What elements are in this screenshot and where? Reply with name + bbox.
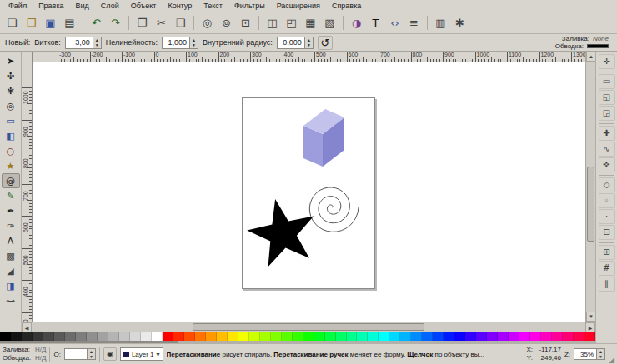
palette-swatch[interactable] [228,332,238,341]
inkscape-preferences-button[interactable]: ✱ [450,14,469,32]
snap-toggle-button[interactable]: ✛ [599,54,615,69]
menu-item[interactable]: Контур [162,1,198,11]
palette-swatch[interactable] [293,332,303,341]
inner-radius-spinbox[interactable]: 0,000▲▼ [277,37,314,49]
palette-swatch[interactable] [336,332,347,341]
vertical-scroll-thumb[interactable] [587,167,594,242]
palette-swatch[interactable] [108,332,119,341]
fill-stroke-indicator[interactable]: Заливка: None Обводка: [555,35,612,50]
menu-item[interactable]: Файл [3,1,33,11]
vertical-scroll-trough[interactable] [586,62,595,312]
undo-button[interactable]: ↶ [87,14,106,32]
rect-tool-button[interactable]: ▭ [2,113,20,128]
xml-editor-button[interactable]: ‹› [385,14,404,32]
menu-item[interactable]: Вид [70,1,95,11]
copy-button[interactable]: ❐ [133,14,152,32]
palette-swatch[interactable] [454,332,465,341]
inner-radius-value[interactable]: 0,000 [278,37,304,48]
box3d-object[interactable] [303,109,344,167]
divergence-spinbox[interactable]: 1,000▲▼ [162,37,198,49]
text-tool-button[interactable]: А [2,233,20,248]
pen-tool-button[interactable]: ✒ [2,203,20,218]
palette-swatch[interactable] [163,332,173,341]
palette-swatch[interactable] [411,332,422,341]
palette-swatch[interactable] [433,332,444,341]
palette-swatch[interactable] [173,332,184,341]
snap-bbox-corners-button[interactable]: ◲ [599,106,615,121]
resize-grip[interactable]: ◢ [609,356,614,364]
star-object[interactable] [247,199,314,267]
palette-swatch[interactable] [574,332,584,341]
palette-swatch[interactable] [206,332,217,341]
palette-swatch[interactable] [487,332,498,341]
palette-swatch[interactable] [76,332,87,341]
palette-swatch[interactable] [379,332,389,341]
menu-item[interactable]: Объект [125,1,163,11]
zoom-spinbox[interactable]: 35% ▲▼ [574,348,605,360]
menu-item[interactable]: Справка [326,1,367,11]
palette-swatch[interactable] [584,332,595,341]
turns-value[interactable]: 3,00 [66,37,93,48]
palette-swatch[interactable] [325,332,336,341]
text-dialog-button[interactable]: T [366,14,385,32]
opacity-spinbox[interactable]: ▲▼ [64,348,96,360]
zoom-page-button[interactable]: ⊡ [236,14,255,32]
menu-item[interactable]: Правка [33,1,69,11]
fill-stroke-dialog-button[interactable]: ◑ [347,14,366,32]
snap-midpoints-button[interactable]: · [599,209,615,224]
palette-swatch[interactable] [498,332,509,341]
group-button[interactable]: ▦ [301,14,320,32]
palette-swatch[interactable] [444,332,454,341]
palette-swatch[interactable] [195,332,206,341]
spin-down-icon[interactable]: ▼ [88,354,95,359]
palette-swatch[interactable] [0,332,11,341]
clone-button[interactable]: ◰ [282,14,301,32]
menu-item[interactable]: Текст [198,1,228,11]
duplicate-button[interactable]: ◫ [263,14,282,32]
palette-swatch[interactable] [347,332,358,341]
node-tool-button[interactable]: ✣ [2,68,20,83]
zoom-selection-button[interactable]: ◎ [198,14,217,32]
inner-radius-spin-buttons[interactable]: ▲▼ [304,37,313,48]
horizontal-scrollbar[interactable]: ◀ ▶ [22,322,595,332]
opacity-value[interactable] [65,349,87,359]
opacity-spin-buttons[interactable]: ▲▼ [87,349,95,359]
snap-intersections-button[interactable]: ✜ [599,157,615,172]
palette-swatch[interactable] [314,332,325,341]
gradient-tool-button[interactable]: ▩ [2,248,20,263]
palette-swatch[interactable] [465,332,476,341]
palette-swatch[interactable] [98,332,108,341]
zoom-drawing-button[interactable]: ⊚ [217,14,236,32]
snap-grid-button[interactable]: # [599,261,615,276]
snap-cusp-nodes-button[interactable]: ◇ [599,177,615,192]
palette-swatch[interactable] [282,332,293,341]
save-document-button[interactable]: ▣ [41,14,60,32]
snap-page-border-button[interactable]: ⊞ [599,245,615,260]
pencil-tool-button[interactable]: ✎ [2,188,20,203]
divergence-value[interactable]: 1,000 [163,37,189,48]
zoom-spin-buttons[interactable]: ▲▼ [596,349,604,359]
palette-swatch[interactable] [357,332,368,341]
palette-swatch[interactable] [119,332,130,341]
selector-tool-button[interactable]: ➤ [2,53,20,68]
menu-item[interactable]: Слой [95,1,125,11]
ungroup-button[interactable]: ▧ [320,14,339,32]
spin-down-icon[interactable]: ▼ [190,42,198,48]
palette-swatch[interactable] [43,332,54,341]
canvas[interactable] [33,62,585,322]
palette-swatch[interactable] [400,332,411,341]
palette-swatch[interactable] [22,332,33,341]
horizontal-ruler[interactable]: -300-200-1000100200300400500600700800900… [33,52,585,62]
spin-down-icon[interactable]: ▼ [597,354,604,359]
menu-item[interactable]: Расширения [271,1,326,11]
turns-spinbox[interactable]: 3,00▲▼ [65,37,102,49]
menu-item[interactable]: Фильтры [228,1,271,11]
palette-swatch[interactable] [422,332,433,341]
spin-down-icon[interactable]: ▼ [93,42,101,48]
palette-swatch[interactable] [519,332,530,341]
layer-selector[interactable]: Layer 1 ▾ [120,347,163,361]
palette-swatch[interactable] [552,332,563,341]
star-tool-button[interactable]: ★ [2,158,20,173]
palette-swatch[interactable] [303,332,314,341]
dropper-tool-button[interactable]: ◢ [2,263,20,278]
